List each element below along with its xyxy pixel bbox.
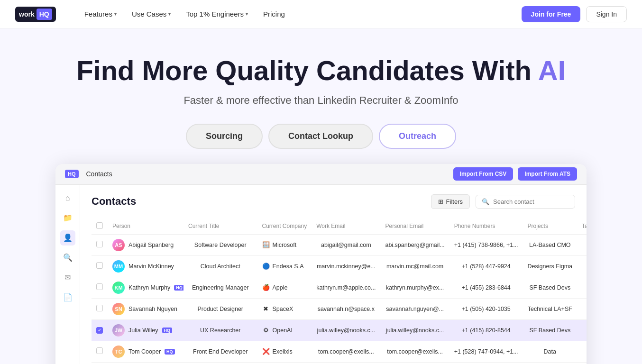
table-row[interactable]: GC George Cox IT Business Analyst 🔷 Chas…	[92, 362, 587, 364]
nav-actions: Join for Free Sign In	[522, 6, 627, 22]
sidebar-icon-home[interactable]: ⌂	[60, 191, 75, 206]
tab-sourcing[interactable]: Sourcing	[186, 124, 263, 149]
company-name: SpaceX	[273, 306, 293, 312]
row-checkbox[interactable]: ✓	[96, 327, 103, 334]
table-row[interactable]: TC Tom Cooper HQ Front End Developer ❌ E…	[92, 341, 587, 362]
table-row[interactable]: KM Kathryn Murphy HQ Engineering Manager…	[92, 277, 587, 298]
company-icon: ⚙	[262, 327, 270, 334]
person-name: Julia Willey	[128, 327, 158, 334]
cell-person: JW Julia Willey HQ	[108, 319, 183, 341]
avatar: KM	[112, 282, 125, 294]
cell-phone: +1 (528) 447-9924	[449, 255, 523, 277]
company-name: OpenAI	[273, 327, 293, 334]
nav-pricing[interactable]: Pricing	[257, 7, 291, 21]
cell-company: ⚙ OpenAI	[257, 319, 312, 341]
nav-top-engineers[interactable]: Top 1% Engineers ▾	[180, 7, 254, 21]
sidebar-icon-search[interactable]: 🔍	[60, 250, 75, 265]
signin-button[interactable]: Sign In	[586, 6, 627, 22]
tab-contact-lookup[interactable]: Contact Lookup	[268, 124, 373, 149]
th-person: Person	[108, 218, 183, 235]
cell-tags: Interview	[577, 298, 587, 319]
cell-person: AS Abigail Spanberg	[108, 234, 183, 255]
cell-personal-email: julia.willey@nooks.c...	[380, 319, 449, 341]
cell-title: UX Researcher	[183, 319, 257, 341]
hero-section: Find More Quality Candidates With AI Fas…	[0, 28, 642, 364]
search-box: 🔍	[476, 195, 575, 209]
tab-outreach[interactable]: Outreach	[379, 124, 456, 149]
table-row[interactable]: MM Marvin McKinney Cloud Architect 🔵 End…	[92, 255, 587, 277]
person-name: Marvin McKinney	[128, 263, 174, 270]
cell-personal-email: savannah.nguyen@...	[380, 298, 449, 319]
chevron-down-icon: ▾	[114, 11, 117, 17]
app-sidebar: ⌂ 📁 👤 🔍 ✉ 📄	[55, 185, 80, 364]
person-name: Savannah Nguyen	[128, 306, 177, 312]
cell-person: KM Kathryn Murphy HQ	[108, 277, 183, 298]
cell-tags: Closed	[577, 255, 587, 277]
th-phone: Phone Numbers	[449, 218, 523, 235]
cell-title: Front End Developer	[183, 341, 257, 362]
feature-tabs: Sourcing Contact Lookup Outreach	[9, 124, 633, 149]
sidebar-icon-mail[interactable]: ✉	[60, 270, 75, 285]
cell-projects: SF Based Devs	[523, 319, 577, 341]
chevron-down-icon: ▾	[246, 11, 248, 17]
avatar: AS	[112, 239, 125, 251]
cell-tags: Coworker	[577, 234, 587, 255]
company-name: Apple	[273, 284, 288, 291]
th-work-email: Work Email	[312, 218, 380, 235]
company-icon: 🍎	[262, 284, 270, 291]
cell-tags	[577, 362, 587, 364]
cell-personal-email: marvin.mc@mail.com	[380, 255, 449, 277]
row-checkbox[interactable]	[96, 305, 103, 311]
sidebar-icon-doc[interactable]: 📄	[60, 290, 75, 305]
cell-title: IT Business Analyst	[183, 362, 257, 364]
table-row[interactable]: ✓ JW Julia Willey HQ UX Researcher ⚙ Ope…	[92, 319, 587, 341]
hq-badge: HQ	[174, 285, 183, 291]
row-checkbox[interactable]	[96, 283, 103, 290]
app-main: Contacts ⊞ Filters 🔍	[80, 185, 587, 364]
table-row[interactable]: AS Abigail Spanberg Software Developer 🪟…	[92, 234, 587, 255]
row-checkbox[interactable]	[96, 241, 103, 247]
sidebar-icon-contacts[interactable]: 👤	[60, 230, 75, 246]
cell-person: GC George Cox	[108, 362, 183, 364]
person-name: Tom Cooper	[128, 348, 161, 355]
cell-personal-email: abi.spanberg@gmail...	[380, 234, 449, 255]
cell-company: 🪟 Microsoft	[257, 234, 312, 255]
nav-features[interactable]: Features ▾	[79, 7, 122, 21]
import-csv-button[interactable]: Import From CSV	[453, 167, 514, 181]
row-checkbox[interactable]	[96, 347, 103, 354]
cell-checkbox	[92, 234, 108, 255]
cell-personal-email: george.cox@chase.c	[380, 362, 449, 364]
cell-company: 🔷 Chase	[257, 362, 312, 364]
sidebar-icon-files[interactable]: 📁	[60, 210, 75, 226]
row-checkbox[interactable]	[96, 262, 103, 269]
th-personal-email: Personal Email	[380, 218, 449, 235]
filters-button[interactable]: ⊞ Filters	[431, 194, 470, 209]
import-ats-button[interactable]: Import From ATS	[518, 167, 577, 181]
contacts-actions: ⊞ Filters 🔍	[431, 194, 575, 209]
table-row[interactable]: SN Savannah Nguyen Product Designer ✖ Sp…	[92, 298, 587, 319]
select-all-checkbox[interactable]	[96, 222, 103, 229]
logo[interactable]: workHQ	[15, 7, 56, 22]
search-icon: 🔍	[482, 198, 489, 205]
cell-projects: Designers Figma	[523, 362, 577, 364]
logo-hq: HQ	[37, 9, 52, 20]
cell-tags: Closed	[577, 319, 587, 341]
cell-projects: Designers Figma	[523, 255, 577, 277]
join-button[interactable]: Join for Free	[522, 6, 581, 22]
contacts-header: Contacts ⊞ Filters 🔍	[92, 194, 575, 209]
search-input[interactable]	[493, 198, 569, 205]
cell-work-email: tom.cooper@exelis...	[312, 341, 380, 362]
hero-subtitle: Faster & more effective than Linkedin Re…	[9, 94, 633, 107]
cell-checkbox: ✓	[92, 319, 108, 341]
company-icon: 🔵	[262, 263, 270, 270]
cell-work-email: abigail@gmail.com	[312, 234, 380, 255]
cell-tags: Coworker	[577, 277, 587, 298]
cell-checkbox	[92, 255, 108, 277]
cell-checkbox	[92, 341, 108, 362]
nav-use-cases[interactable]: Use Cases ▾	[126, 7, 176, 21]
cell-checkbox	[92, 362, 108, 364]
company-icon: ❌	[262, 348, 270, 355]
company-name: Exelixis	[273, 348, 293, 355]
cell-checkbox	[92, 298, 108, 319]
cell-company: 🍎 Apple	[257, 277, 312, 298]
